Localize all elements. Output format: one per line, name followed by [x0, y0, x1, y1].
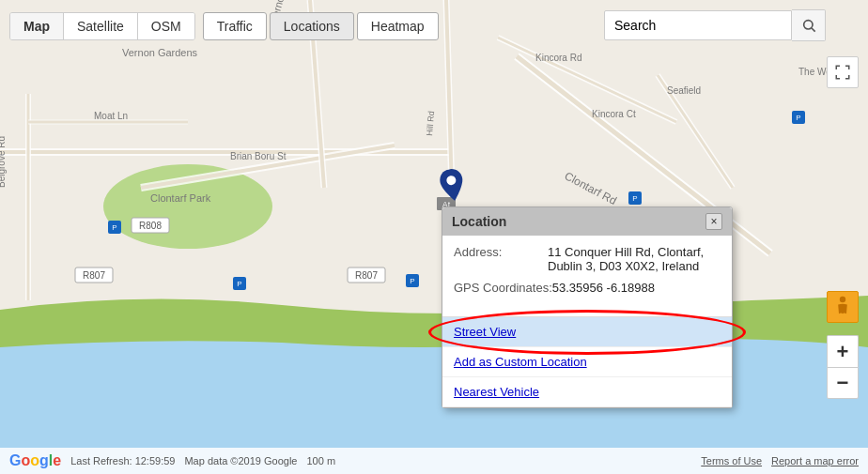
- popup-gps-row: GPS Coordinates: 53.35956 -6.18988: [454, 281, 721, 295]
- svg-text:Clontarf Park: Clontarf Park: [150, 192, 211, 204]
- google-logo: Google: [9, 452, 61, 469]
- person-icon: [833, 296, 852, 318]
- search-container: [604, 9, 826, 41]
- popup-action-nearest-vehicle[interactable]: Nearest Vehicle: [442, 377, 732, 407]
- svg-line-53: [812, 28, 815, 32]
- zoom-controls: + −: [827, 335, 859, 399]
- svg-text:R807: R807: [355, 270, 378, 281]
- search-button[interactable]: [792, 9, 826, 41]
- svg-point-52: [803, 21, 812, 29]
- map-background: Vernon Grove Brian Boru St Clontarf Rd K…: [0, 0, 868, 474]
- terms-link[interactable]: Terms of Use: [701, 455, 762, 466]
- location-popup: Location × Address: 11 Conquer Hill Rd, …: [442, 206, 733, 408]
- scale-label: 100 m: [306, 455, 335, 466]
- popup-gps-value: 53.35956 -6.18988: [552, 281, 721, 295]
- zoom-in-button[interactable]: +: [827, 335, 859, 367]
- svg-text:P: P: [237, 280, 241, 288]
- popup-action-street-view[interactable]: Street View: [442, 317, 732, 347]
- map-data-credit: Map data ©2019 Google: [184, 455, 297, 466]
- popup-actions: Street View Add as Custom Location Neare…: [442, 316, 732, 407]
- svg-text:Moat Ln: Moat Ln: [94, 111, 128, 121]
- popup-address-label: Address:: [454, 245, 548, 273]
- search-icon: [801, 18, 816, 33]
- popup-title: Location: [452, 214, 506, 229]
- svg-text:P: P: [410, 277, 414, 285]
- bottom-bar: Google Last Refresh: 12:59:59 Map data ©…: [0, 448, 868, 474]
- svg-text:Brian Boru St: Brian Boru St: [230, 151, 287, 161]
- popup-gps-label: GPS Coordinates:: [454, 281, 552, 295]
- last-refresh: Last Refresh: 12:59:59: [70, 455, 175, 466]
- streetview-person[interactable]: [827, 291, 859, 323]
- popup-header: Location ×: [442, 207, 732, 236]
- overlay-heatmap[interactable]: Heatmap: [357, 12, 439, 40]
- map-container: Vernon Grove Brian Boru St Clontarf Rd K…: [0, 0, 868, 474]
- svg-text:P: P: [632, 194, 637, 203]
- map-type-group: Map Satellite OSM: [9, 12, 195, 40]
- report-link[interactable]: Report a map error: [771, 455, 859, 466]
- zoom-out-button[interactable]: −: [827, 367, 859, 399]
- overlay-traffic[interactable]: Traffic: [203, 12, 267, 40]
- popup-action-add-location[interactable]: Add as Custom Location: [442, 347, 732, 377]
- popup-address-value: 11 Conquer Hill Rd, Clontarf, Dublin 3, …: [548, 245, 721, 273]
- svg-text:P: P: [112, 223, 116, 232]
- overlay-locations[interactable]: Locations: [270, 12, 354, 40]
- fullscreen-button[interactable]: [827, 56, 859, 88]
- svg-text:R807: R807: [83, 270, 105, 281]
- svg-text:Belgrove Rd: Belgrove Rd: [0, 136, 7, 188]
- search-input[interactable]: [604, 10, 792, 40]
- svg-text:R808: R808: [139, 221, 162, 231]
- svg-text:Seafield: Seafield: [667, 85, 701, 96]
- overlay-group: Traffic Locations Heatmap: [203, 12, 442, 40]
- svg-text:Kincora Ct: Kincora Ct: [592, 109, 636, 119]
- map-type-map[interactable]: Map: [10, 13, 64, 39]
- popup-close-button[interactable]: ×: [705, 213, 722, 230]
- map-type-satellite[interactable]: Satellite: [64, 13, 138, 39]
- svg-text:P: P: [796, 114, 800, 122]
- popup-body: Address: 11 Conquer Hill Rd, Clontarf, D…: [442, 236, 732, 312]
- map-type-osm[interactable]: OSM: [138, 13, 194, 39]
- svg-text:Kincora Rd: Kincora Rd: [535, 53, 581, 63]
- fullscreen-icon: [834, 64, 851, 81]
- popup-address-row: Address: 11 Conquer Hill Rd, Clontarf, D…: [454, 245, 721, 273]
- svg-point-54: [840, 297, 845, 302]
